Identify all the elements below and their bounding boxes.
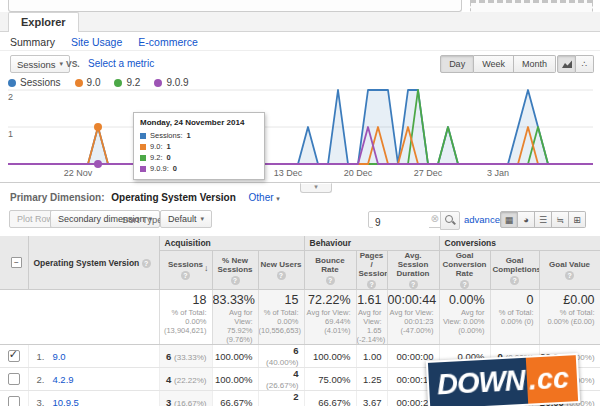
help-icon[interactable]: ? [409, 280, 418, 289]
row-checkbox[interactable] [8, 350, 20, 362]
metric-dropdown-label: Sessions [17, 59, 56, 70]
row-checkbox[interactable] [8, 396, 20, 406]
group-header-acquisition: Acquisition [159, 236, 304, 251]
subtab-e-commerce[interactable]: E-commerce [138, 36, 198, 48]
tooltip-series-swatch [140, 133, 146, 139]
help-icon[interactable]: ? [565, 271, 574, 280]
metric-percent-of-total: (40.00%) [266, 358, 298, 367]
column-label: Pages / Session [357, 251, 387, 278]
column-header-goal-conversion-rate[interactable]: Goal Conversion Rate? [439, 251, 490, 290]
totals-cell-bounce-rate: 72.22%Avg for View: 69.44% (4.01%) [304, 290, 356, 345]
metric-cell-bounce-rate: 100.00% [304, 345, 356, 368]
tooltip-row: 9.0.9: 0 [140, 163, 258, 174]
totals-cell-sessions: 18% of Total: 0.00% (13,904,621) [159, 290, 212, 345]
watermark-suffix: .cc [526, 353, 581, 406]
table-view-buttons: ▦◕☰≒⊞ [500, 211, 586, 228]
tooltip-series-value: 0 [167, 152, 171, 163]
motion-chart-icon: ∴ [582, 60, 588, 69]
line-chart-button[interactable] [557, 55, 576, 73]
metric-percent-of-total: (26.67%) [266, 381, 298, 390]
subtab-summary[interactable]: Summary [10, 36, 55, 48]
totals-value: 00:00:44 [388, 293, 434, 307]
row-name-cell: 2.4.2.9 [28, 368, 159, 391]
row-checkbox-cell [0, 368, 28, 391]
table-toolbar: Plot Rows Secondary dimension ▾ Sort Typ… [0, 208, 600, 232]
table-view-button[interactable]: ▦ [500, 211, 518, 228]
search-button[interactable] [440, 211, 460, 230]
column-header-pages-session[interactable]: Pages / Session? [356, 251, 387, 290]
tooltip-series-value: 1 [187, 130, 191, 141]
metric-percent-of-total: (33.33%) [174, 353, 206, 362]
collapse-chart-tab[interactable]: ▾ [300, 183, 332, 193]
tooltip-series-swatch [140, 144, 146, 150]
metric-dropdown[interactable]: Sessions ▾ [10, 55, 70, 73]
tooltip-series-value: 0 [173, 163, 177, 174]
tooltip-date: Monday, 24 November 2014 [140, 118, 258, 127]
totals-value: 83.33% [213, 293, 253, 307]
tab-bar [0, 12, 600, 32]
totals-value: £0.00 [540, 293, 595, 307]
motion-chart-button[interactable]: ∴ [576, 55, 594, 73]
tooltip-series-swatch [140, 166, 146, 172]
x-axis-tick: 22 Nov [64, 168, 93, 178]
granularity-month-button[interactable]: Month [514, 55, 556, 73]
comparison-view-button[interactable]: ≒ [552, 211, 569, 228]
totals-subtext: Avg for View: 69.44% (4.01%) [305, 308, 351, 335]
search-input[interactable] [373, 215, 429, 230]
column-label: Goal Value [540, 260, 600, 269]
help-icon[interactable]: ? [510, 276, 519, 285]
help-icon[interactable]: ? [181, 271, 190, 280]
hover-marker [94, 160, 102, 168]
column-header-goal-value[interactable]: Goal Value? [539, 251, 600, 290]
performance-view-button[interactable]: ☰ [535, 211, 552, 228]
row-checkbox[interactable] [8, 373, 20, 385]
chart-tooltip: Monday, 24 November 2014 Sessions: 19.0:… [133, 112, 265, 180]
performance-view-icon: ☰ [539, 215, 547, 225]
help-icon[interactable]: ? [367, 280, 376, 289]
totals-label-cell [0, 290, 159, 345]
tab-explorer[interactable]: Explorer [8, 12, 79, 32]
totals-subtext: Avg for View: 00:01:23 (-47.00%) [388, 308, 434, 335]
metric-cell-pages-session: 3.67 [356, 391, 387, 406]
column-header--new-sessions[interactable]: % New Sessions? [212, 251, 258, 290]
os-version-link[interactable]: 4.2.9 [52, 374, 73, 385]
column-header-bounce-rate[interactable]: Bounce Rate? [304, 251, 356, 290]
help-icon[interactable]: ? [142, 259, 151, 268]
column-header-goal-completions[interactable]: Goal Completions? [490, 251, 539, 290]
granularity-week-button[interactable]: Week [474, 55, 514, 73]
dimension-os-version[interactable]: Operating System Version [111, 192, 236, 203]
clear-search-icon[interactable]: ⊗ [431, 214, 439, 224]
column-header-avg-session-duration[interactable]: Avg. Session Duration? [387, 251, 439, 290]
tooltip-series-label: 9.0.9: [150, 163, 169, 174]
totals-value: 72.22% [305, 293, 351, 307]
help-icon[interactable]: ? [326, 276, 335, 285]
os-version-link[interactable]: 10.9.5 [52, 397, 78, 406]
collapse-all-icon[interactable]: – [11, 257, 22, 268]
os-version-link[interactable]: 9.0 [52, 351, 65, 362]
help-icon[interactable]: ? [231, 276, 240, 285]
select-metric-link[interactable]: Select a metric [88, 58, 154, 69]
pivot-view-icon: ⊞ [573, 215, 581, 225]
table-totals-row: 18% of Total: 0.00% (13,904,621)83.33%Av… [0, 290, 600, 345]
sort-type-dropdown[interactable]: Default ▾ [160, 210, 212, 228]
watermark-text: DOWN [426, 356, 528, 406]
help-icon[interactable]: ? [460, 280, 469, 289]
column-header-sessions[interactable]: Sessions?↓ [159, 251, 212, 290]
totals-subtext: Avg for View: 1.65 (-2.14%) [357, 308, 382, 344]
help-icon[interactable]: ? [277, 271, 286, 280]
metric-cell-bounce-rate: 66.67% [304, 391, 356, 406]
row-name-cell: 3.10.9.5 [28, 391, 159, 406]
totals-subtext: % of Total: 0.00% (13,904,621) [160, 308, 207, 335]
percentage-view-button[interactable]: ◕ [518, 211, 535, 228]
granularity-day-button[interactable]: Day [440, 55, 474, 73]
dimension-column-header[interactable]: Operating System Version ? [28, 236, 159, 290]
metric-cell-sessions: 3 (16.67%) [159, 391, 212, 406]
vs-label: VS. [66, 59, 80, 69]
timeseries-chart: 1222 Nov6 Dec13 Dec20 Dec27 Dec3 Jan [0, 86, 600, 182]
column-header-new-users[interactable]: New Users? [258, 251, 304, 290]
dimension-other-dropdown[interactable]: Other ▾ [249, 192, 280, 203]
subtab-site-usage[interactable]: Site Usage [71, 36, 122, 48]
sort-type-label: Sort Type: [122, 214, 165, 225]
totals-subtext: Avg for View: 0.00% (0.00%) [440, 308, 485, 335]
pivot-view-button[interactable]: ⊞ [569, 211, 586, 228]
